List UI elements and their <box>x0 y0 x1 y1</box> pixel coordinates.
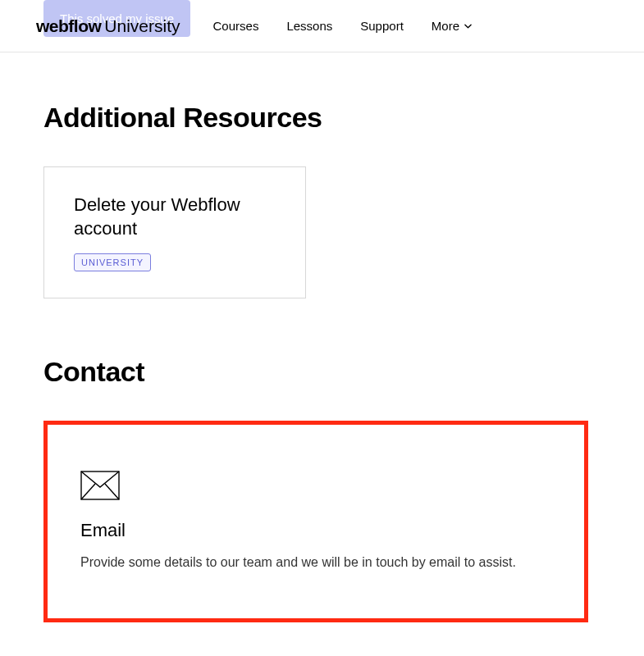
resources-title: Additional Resources <box>43 102 601 134</box>
main-nav: Courses Lessons Support More <box>213 19 472 33</box>
resource-card-delete-account[interactable]: Delete your Webflow account UNIVERSITY <box>43 166 306 298</box>
contact-section: Contact Email Provide some details to ou… <box>43 356 601 622</box>
logo[interactable]: webflow University <box>36 16 180 36</box>
nav-lessons[interactable]: Lessons <box>286 19 332 33</box>
email-title: Email <box>80 520 551 541</box>
envelope-icon <box>80 471 120 500</box>
nav-support[interactable]: Support <box>360 19 404 33</box>
email-description: Provide some details to our team and we … <box>80 553 551 572</box>
email-contact-card[interactable]: Email Provide some details to our team a… <box>43 421 588 622</box>
nav-courses[interactable]: Courses <box>213 19 259 33</box>
nav-more[interactable]: More <box>432 19 472 33</box>
logo-sub: University <box>104 16 180 36</box>
email-icon-wrap <box>80 471 551 503</box>
header: This solved my issue webflow University … <box>0 0 644 52</box>
logo-main: webflow <box>36 16 101 36</box>
chevron-down-icon <box>464 24 472 29</box>
resource-card-title: Delete your Webflow account <box>74 194 276 240</box>
main-content: Additional Resources Delete your Webflow… <box>0 52 644 622</box>
nav-more-label: More <box>432 19 459 33</box>
contact-title: Contact <box>43 356 601 388</box>
resource-badge: UNIVERSITY <box>74 253 151 271</box>
